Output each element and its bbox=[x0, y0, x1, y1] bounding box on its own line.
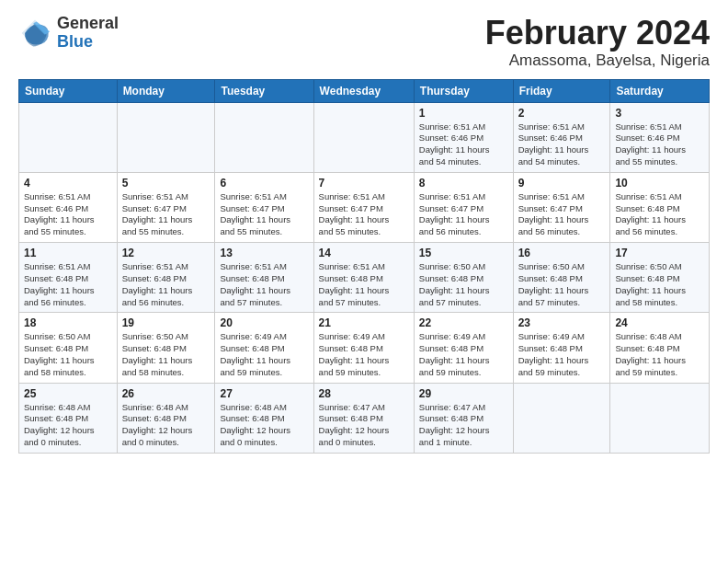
day-info: Sunrise: 6:50 AM Sunset: 6:48 PM Dayligh… bbox=[615, 261, 704, 308]
day-number: 19 bbox=[122, 316, 210, 329]
day-info: Sunrise: 6:51 AM Sunset: 6:48 PM Dayligh… bbox=[122, 261, 210, 308]
day-number: 16 bbox=[518, 247, 606, 259]
page: General Blue February 2024 Amassoma, Bay… bbox=[0, 0, 728, 563]
calendar-cell: 5Sunrise: 6:51 AM Sunset: 6:47 PM Daylig… bbox=[117, 172, 215, 242]
day-info: Sunrise: 6:48 AM Sunset: 6:48 PM Dayligh… bbox=[122, 402, 210, 449]
calendar-cell: 15Sunrise: 6:50 AM Sunset: 6:48 PM Dayli… bbox=[414, 243, 513, 313]
day-info: Sunrise: 6:49 AM Sunset: 6:48 PM Dayligh… bbox=[518, 331, 606, 378]
day-info: Sunrise: 6:50 AM Sunset: 6:48 PM Dayligh… bbox=[419, 261, 508, 308]
day-number: 7 bbox=[319, 177, 409, 190]
day-number: 14 bbox=[319, 247, 409, 259]
day-info: Sunrise: 6:51 AM Sunset: 6:47 PM Dayligh… bbox=[518, 191, 606, 238]
calendar-cell: 19Sunrise: 6:50 AM Sunset: 6:48 PM Dayli… bbox=[117, 313, 215, 383]
logo-text: General Blue bbox=[57, 15, 119, 52]
day-info: Sunrise: 6:50 AM Sunset: 6:48 PM Dayligh… bbox=[122, 331, 210, 378]
calendar-cell: 24Sunrise: 6:48 AM Sunset: 6:48 PM Dayli… bbox=[610, 313, 710, 383]
calendar-cell bbox=[610, 383, 710, 453]
calendar-cell: 2Sunrise: 6:51 AM Sunset: 6:46 PM Daylig… bbox=[513, 102, 610, 172]
calendar-cell bbox=[117, 102, 215, 172]
calendar-cell: 17Sunrise: 6:50 AM Sunset: 6:48 PM Dayli… bbox=[610, 243, 710, 313]
day-number: 26 bbox=[122, 387, 210, 400]
day-info: Sunrise: 6:51 AM Sunset: 6:48 PM Dayligh… bbox=[220, 261, 308, 308]
header: General Blue February 2024 Amassoma, Bay… bbox=[18, 15, 710, 70]
day-number: 20 bbox=[220, 316, 308, 329]
day-info: Sunrise: 6:51 AM Sunset: 6:47 PM Dayligh… bbox=[319, 191, 409, 238]
calendar-cell: 20Sunrise: 6:49 AM Sunset: 6:48 PM Dayli… bbox=[215, 313, 313, 383]
logo-blue: Blue bbox=[57, 33, 119, 52]
day-info: Sunrise: 6:50 AM Sunset: 6:48 PM Dayligh… bbox=[518, 261, 606, 308]
day-info: Sunrise: 6:51 AM Sunset: 6:48 PM Dayligh… bbox=[615, 191, 704, 238]
day-info: Sunrise: 6:47 AM Sunset: 6:48 PM Dayligh… bbox=[419, 402, 508, 449]
calendar-cell: 3Sunrise: 6:51 AM Sunset: 6:46 PM Daylig… bbox=[610, 102, 710, 172]
calendar-cell: 22Sunrise: 6:49 AM Sunset: 6:48 PM Dayli… bbox=[414, 313, 513, 383]
calendar-header-thursday: Thursday bbox=[414, 79, 513, 102]
day-number: 22 bbox=[419, 316, 508, 329]
day-number: 17 bbox=[615, 247, 704, 259]
calendar-cell: 1Sunrise: 6:51 AM Sunset: 6:46 PM Daylig… bbox=[414, 102, 513, 172]
calendar-header-row: SundayMondayTuesdayWednesdayThursdayFrid… bbox=[19, 79, 710, 102]
day-info: Sunrise: 6:51 AM Sunset: 6:48 PM Dayligh… bbox=[24, 261, 112, 308]
calendar-header-friday: Friday bbox=[513, 79, 610, 102]
day-number: 9 bbox=[518, 177, 606, 190]
day-info: Sunrise: 6:51 AM Sunset: 6:47 PM Dayligh… bbox=[419, 191, 508, 238]
calendar-cell: 16Sunrise: 6:50 AM Sunset: 6:48 PM Dayli… bbox=[513, 243, 610, 313]
day-info: Sunrise: 6:51 AM Sunset: 6:46 PM Dayligh… bbox=[518, 121, 606, 168]
day-number: 24 bbox=[615, 316, 704, 329]
calendar-cell: 26Sunrise: 6:48 AM Sunset: 6:48 PM Dayli… bbox=[117, 383, 215, 453]
day-number: 6 bbox=[220, 177, 308, 190]
title-month: February 2024 bbox=[485, 15, 710, 52]
day-number: 23 bbox=[518, 316, 606, 329]
calendar-cell: 23Sunrise: 6:49 AM Sunset: 6:48 PM Dayli… bbox=[513, 313, 610, 383]
day-number: 4 bbox=[24, 177, 112, 190]
calendar-cell bbox=[215, 102, 313, 172]
day-info: Sunrise: 6:51 AM Sunset: 6:46 PM Dayligh… bbox=[419, 121, 508, 168]
day-number: 10 bbox=[615, 177, 704, 190]
logo: General Blue bbox=[18, 15, 119, 52]
logo-general: General bbox=[57, 15, 119, 33]
day-info: Sunrise: 6:47 AM Sunset: 6:48 PM Dayligh… bbox=[319, 402, 409, 449]
day-info: Sunrise: 6:48 AM Sunset: 6:48 PM Dayligh… bbox=[615, 331, 704, 378]
day-number: 25 bbox=[24, 387, 112, 400]
day-info: Sunrise: 6:51 AM Sunset: 6:47 PM Dayligh… bbox=[220, 191, 308, 238]
day-number: 3 bbox=[615, 107, 704, 120]
calendar-cell: 18Sunrise: 6:50 AM Sunset: 6:48 PM Dayli… bbox=[19, 313, 118, 383]
day-info: Sunrise: 6:50 AM Sunset: 6:48 PM Dayligh… bbox=[24, 331, 112, 378]
calendar-week-row: 11Sunrise: 6:51 AM Sunset: 6:48 PM Dayli… bbox=[19, 243, 710, 313]
calendar-cell: 29Sunrise: 6:47 AM Sunset: 6:48 PM Dayli… bbox=[414, 383, 513, 453]
title-location: Amassoma, Bayelsa, Nigeria bbox=[485, 52, 710, 70]
day-info: Sunrise: 6:49 AM Sunset: 6:48 PM Dayligh… bbox=[220, 331, 308, 378]
title-area: February 2024 Amassoma, Bayelsa, Nigeria bbox=[485, 15, 710, 70]
day-number: 13 bbox=[220, 247, 308, 259]
calendar-week-row: 4Sunrise: 6:51 AM Sunset: 6:46 PM Daylig… bbox=[19, 172, 710, 242]
day-number: 18 bbox=[24, 316, 112, 329]
calendar-header-wednesday: Wednesday bbox=[313, 79, 414, 102]
calendar-cell: 14Sunrise: 6:51 AM Sunset: 6:48 PM Dayli… bbox=[313, 243, 414, 313]
logo-icon bbox=[18, 17, 51, 50]
day-info: Sunrise: 6:48 AM Sunset: 6:48 PM Dayligh… bbox=[24, 402, 112, 449]
day-number: 8 bbox=[419, 177, 508, 190]
day-number: 5 bbox=[122, 177, 210, 190]
day-number: 27 bbox=[220, 387, 308, 400]
day-number: 29 bbox=[419, 387, 508, 400]
calendar-cell: 13Sunrise: 6:51 AM Sunset: 6:48 PM Dayli… bbox=[215, 243, 313, 313]
day-info: Sunrise: 6:49 AM Sunset: 6:48 PM Dayligh… bbox=[319, 331, 409, 378]
calendar-header-tuesday: Tuesday bbox=[215, 79, 313, 102]
calendar-cell: 12Sunrise: 6:51 AM Sunset: 6:48 PM Dayli… bbox=[117, 243, 215, 313]
day-info: Sunrise: 6:51 AM Sunset: 6:46 PM Dayligh… bbox=[24, 191, 112, 238]
day-info: Sunrise: 6:51 AM Sunset: 6:47 PM Dayligh… bbox=[122, 191, 210, 238]
day-number: 15 bbox=[419, 247, 508, 259]
calendar-cell bbox=[19, 102, 118, 172]
calendar-cell: 27Sunrise: 6:48 AM Sunset: 6:48 PM Dayli… bbox=[215, 383, 313, 453]
calendar-cell: 4Sunrise: 6:51 AM Sunset: 6:46 PM Daylig… bbox=[19, 172, 118, 242]
calendar-cell bbox=[513, 383, 610, 453]
calendar-table: SundayMondayTuesdayWednesdayThursdayFrid… bbox=[18, 79, 710, 454]
calendar-cell: 21Sunrise: 6:49 AM Sunset: 6:48 PM Dayli… bbox=[313, 313, 414, 383]
day-number: 12 bbox=[122, 247, 210, 259]
day-number: 28 bbox=[319, 387, 409, 400]
calendar-cell: 25Sunrise: 6:48 AM Sunset: 6:48 PM Dayli… bbox=[19, 383, 118, 453]
day-number: 11 bbox=[24, 247, 112, 259]
calendar-cell: 9Sunrise: 6:51 AM Sunset: 6:47 PM Daylig… bbox=[513, 172, 610, 242]
calendar-cell: 7Sunrise: 6:51 AM Sunset: 6:47 PM Daylig… bbox=[313, 172, 414, 242]
calendar-header-sunday: Sunday bbox=[19, 79, 118, 102]
day-info: Sunrise: 6:51 AM Sunset: 6:46 PM Dayligh… bbox=[615, 121, 704, 168]
